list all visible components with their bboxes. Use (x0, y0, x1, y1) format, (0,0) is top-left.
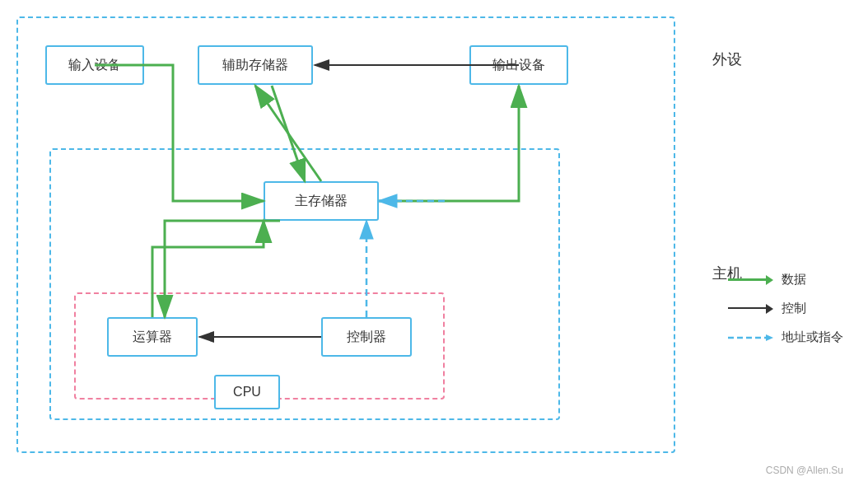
input-device-box: 输入设备 (45, 45, 144, 85)
output-device-box: 输出设备 (469, 45, 568, 85)
legend: 数据 控制 地址或指令 (728, 272, 843, 345)
controller-box: 控制器 (321, 317, 412, 357)
alu-box: 运算器 (107, 317, 198, 357)
watermark: CSDN @Allen.Su (766, 465, 843, 476)
cpu-label-box: CPU (214, 375, 280, 409)
aux-storage-box: 辅助存储器 (198, 45, 313, 85)
legend-address: 地址或指令 (728, 329, 843, 345)
main-storage-box: 主存储器 (264, 181, 379, 221)
peripheral-label: 外设 (712, 49, 742, 69)
legend-data: 数据 (728, 272, 843, 287)
diagram-container: 外设 主机 输入设备 辅助存储器 输出设备 主存储器 运算器 控制器 CPU (0, 0, 868, 486)
svg-marker-12 (766, 334, 773, 341)
legend-control: 控制 (728, 301, 843, 316)
